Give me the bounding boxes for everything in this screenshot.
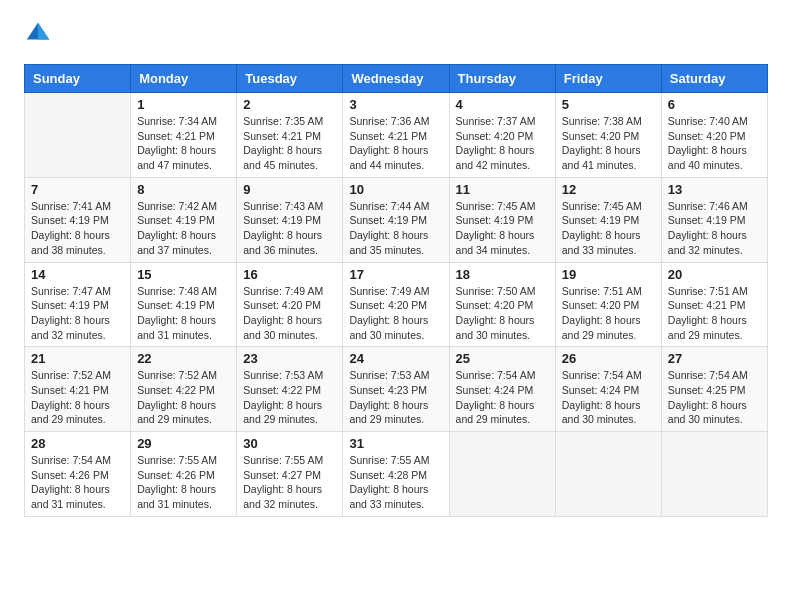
- day-info: Sunrise: 7:54 AM Sunset: 4:24 PM Dayligh…: [562, 368, 655, 427]
- calendar-cell: 2Sunrise: 7:35 AM Sunset: 4:21 PM Daylig…: [237, 93, 343, 178]
- day-info: Sunrise: 7:35 AM Sunset: 4:21 PM Dayligh…: [243, 114, 336, 173]
- week-row-0: 1Sunrise: 7:34 AM Sunset: 4:21 PM Daylig…: [25, 93, 768, 178]
- day-info: Sunrise: 7:41 AM Sunset: 4:19 PM Dayligh…: [31, 199, 124, 258]
- calendar-cell: 8Sunrise: 7:42 AM Sunset: 4:19 PM Daylig…: [131, 177, 237, 262]
- calendar-cell: 27Sunrise: 7:54 AM Sunset: 4:25 PM Dayli…: [661, 347, 767, 432]
- day-number: 9: [243, 182, 336, 197]
- day-number: 4: [456, 97, 549, 112]
- day-number: 22: [137, 351, 230, 366]
- calendar-cell: 29Sunrise: 7:55 AM Sunset: 4:26 PM Dayli…: [131, 432, 237, 517]
- day-info: Sunrise: 7:54 AM Sunset: 4:26 PM Dayligh…: [31, 453, 124, 512]
- weekday-header-saturday: Saturday: [661, 65, 767, 93]
- day-number: 23: [243, 351, 336, 366]
- calendar-cell: 13Sunrise: 7:46 AM Sunset: 4:19 PM Dayli…: [661, 177, 767, 262]
- week-row-4: 28Sunrise: 7:54 AM Sunset: 4:26 PM Dayli…: [25, 432, 768, 517]
- day-number: 21: [31, 351, 124, 366]
- day-number: 29: [137, 436, 230, 451]
- day-number: 19: [562, 267, 655, 282]
- day-info: Sunrise: 7:51 AM Sunset: 4:21 PM Dayligh…: [668, 284, 761, 343]
- calendar-cell: 26Sunrise: 7:54 AM Sunset: 4:24 PM Dayli…: [555, 347, 661, 432]
- weekday-header-monday: Monday: [131, 65, 237, 93]
- calendar-cell: 3Sunrise: 7:36 AM Sunset: 4:21 PM Daylig…: [343, 93, 449, 178]
- svg-marker-1: [38, 23, 49, 40]
- day-number: 3: [349, 97, 442, 112]
- day-number: 24: [349, 351, 442, 366]
- weekday-header-sunday: Sunday: [25, 65, 131, 93]
- calendar-cell: 24Sunrise: 7:53 AM Sunset: 4:23 PM Dayli…: [343, 347, 449, 432]
- logo: [24, 20, 56, 48]
- day-info: Sunrise: 7:49 AM Sunset: 4:20 PM Dayligh…: [349, 284, 442, 343]
- day-info: Sunrise: 7:42 AM Sunset: 4:19 PM Dayligh…: [137, 199, 230, 258]
- day-info: Sunrise: 7:37 AM Sunset: 4:20 PM Dayligh…: [456, 114, 549, 173]
- day-number: 8: [137, 182, 230, 197]
- calendar-cell: 18Sunrise: 7:50 AM Sunset: 4:20 PM Dayli…: [449, 262, 555, 347]
- weekday-header-tuesday: Tuesday: [237, 65, 343, 93]
- day-info: Sunrise: 7:53 AM Sunset: 4:22 PM Dayligh…: [243, 368, 336, 427]
- day-info: Sunrise: 7:55 AM Sunset: 4:26 PM Dayligh…: [137, 453, 230, 512]
- week-row-2: 14Sunrise: 7:47 AM Sunset: 4:19 PM Dayli…: [25, 262, 768, 347]
- day-info: Sunrise: 7:51 AM Sunset: 4:20 PM Dayligh…: [562, 284, 655, 343]
- day-number: 2: [243, 97, 336, 112]
- day-info: Sunrise: 7:45 AM Sunset: 4:19 PM Dayligh…: [562, 199, 655, 258]
- calendar-cell: 11Sunrise: 7:45 AM Sunset: 4:19 PM Dayli…: [449, 177, 555, 262]
- calendar-cell: 25Sunrise: 7:54 AM Sunset: 4:24 PM Dayli…: [449, 347, 555, 432]
- calendar-cell: 20Sunrise: 7:51 AM Sunset: 4:21 PM Dayli…: [661, 262, 767, 347]
- calendar-cell: 12Sunrise: 7:45 AM Sunset: 4:19 PM Dayli…: [555, 177, 661, 262]
- calendar-cell: 28Sunrise: 7:54 AM Sunset: 4:26 PM Dayli…: [25, 432, 131, 517]
- day-info: Sunrise: 7:55 AM Sunset: 4:28 PM Dayligh…: [349, 453, 442, 512]
- weekday-header-friday: Friday: [555, 65, 661, 93]
- day-info: Sunrise: 7:38 AM Sunset: 4:20 PM Dayligh…: [562, 114, 655, 173]
- day-info: Sunrise: 7:48 AM Sunset: 4:19 PM Dayligh…: [137, 284, 230, 343]
- calendar-cell: 19Sunrise: 7:51 AM Sunset: 4:20 PM Dayli…: [555, 262, 661, 347]
- calendar-cell: [25, 93, 131, 178]
- day-number: 13: [668, 182, 761, 197]
- calendar-cell: 23Sunrise: 7:53 AM Sunset: 4:22 PM Dayli…: [237, 347, 343, 432]
- calendar-cell: 31Sunrise: 7:55 AM Sunset: 4:28 PM Dayli…: [343, 432, 449, 517]
- day-info: Sunrise: 7:50 AM Sunset: 4:20 PM Dayligh…: [456, 284, 549, 343]
- day-info: Sunrise: 7:43 AM Sunset: 4:19 PM Dayligh…: [243, 199, 336, 258]
- day-info: Sunrise: 7:44 AM Sunset: 4:19 PM Dayligh…: [349, 199, 442, 258]
- calendar-cell: 16Sunrise: 7:49 AM Sunset: 4:20 PM Dayli…: [237, 262, 343, 347]
- day-number: 10: [349, 182, 442, 197]
- calendar-cell: [449, 432, 555, 517]
- day-info: Sunrise: 7:52 AM Sunset: 4:22 PM Dayligh…: [137, 368, 230, 427]
- day-number: 14: [31, 267, 124, 282]
- day-number: 5: [562, 97, 655, 112]
- day-number: 28: [31, 436, 124, 451]
- weekday-header-wednesday: Wednesday: [343, 65, 449, 93]
- calendar-cell: [555, 432, 661, 517]
- calendar-cell: 30Sunrise: 7:55 AM Sunset: 4:27 PM Dayli…: [237, 432, 343, 517]
- logo-icon: [24, 20, 52, 48]
- day-info: Sunrise: 7:54 AM Sunset: 4:24 PM Dayligh…: [456, 368, 549, 427]
- day-info: Sunrise: 7:34 AM Sunset: 4:21 PM Dayligh…: [137, 114, 230, 173]
- calendar-cell: 6Sunrise: 7:40 AM Sunset: 4:20 PM Daylig…: [661, 93, 767, 178]
- day-number: 30: [243, 436, 336, 451]
- day-number: 20: [668, 267, 761, 282]
- day-info: Sunrise: 7:53 AM Sunset: 4:23 PM Dayligh…: [349, 368, 442, 427]
- day-number: 1: [137, 97, 230, 112]
- day-info: Sunrise: 7:55 AM Sunset: 4:27 PM Dayligh…: [243, 453, 336, 512]
- calendar-cell: 14Sunrise: 7:47 AM Sunset: 4:19 PM Dayli…: [25, 262, 131, 347]
- day-number: 15: [137, 267, 230, 282]
- calendar-cell: 5Sunrise: 7:38 AM Sunset: 4:20 PM Daylig…: [555, 93, 661, 178]
- day-number: 25: [456, 351, 549, 366]
- day-info: Sunrise: 7:49 AM Sunset: 4:20 PM Dayligh…: [243, 284, 336, 343]
- calendar-cell: 17Sunrise: 7:49 AM Sunset: 4:20 PM Dayli…: [343, 262, 449, 347]
- calendar-cell: 10Sunrise: 7:44 AM Sunset: 4:19 PM Dayli…: [343, 177, 449, 262]
- calendar-cell: 15Sunrise: 7:48 AM Sunset: 4:19 PM Dayli…: [131, 262, 237, 347]
- calendar-cell: 1Sunrise: 7:34 AM Sunset: 4:21 PM Daylig…: [131, 93, 237, 178]
- week-row-1: 7Sunrise: 7:41 AM Sunset: 4:19 PM Daylig…: [25, 177, 768, 262]
- day-info: Sunrise: 7:46 AM Sunset: 4:19 PM Dayligh…: [668, 199, 761, 258]
- calendar-cell: 22Sunrise: 7:52 AM Sunset: 4:22 PM Dayli…: [131, 347, 237, 432]
- weekday-header-row: SundayMondayTuesdayWednesdayThursdayFrid…: [25, 65, 768, 93]
- day-info: Sunrise: 7:40 AM Sunset: 4:20 PM Dayligh…: [668, 114, 761, 173]
- day-number: 7: [31, 182, 124, 197]
- day-info: Sunrise: 7:54 AM Sunset: 4:25 PM Dayligh…: [668, 368, 761, 427]
- calendar-cell: 21Sunrise: 7:52 AM Sunset: 4:21 PM Dayli…: [25, 347, 131, 432]
- header: [24, 20, 768, 48]
- day-info: Sunrise: 7:45 AM Sunset: 4:19 PM Dayligh…: [456, 199, 549, 258]
- day-number: 12: [562, 182, 655, 197]
- day-number: 27: [668, 351, 761, 366]
- weekday-header-thursday: Thursday: [449, 65, 555, 93]
- week-row-3: 21Sunrise: 7:52 AM Sunset: 4:21 PM Dayli…: [25, 347, 768, 432]
